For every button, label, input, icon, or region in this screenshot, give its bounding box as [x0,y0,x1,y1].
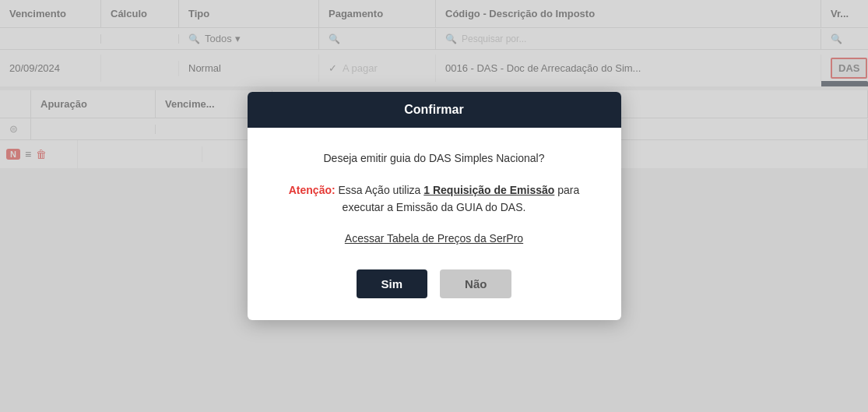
modal-title: Confirmar [404,103,463,116]
serpro-link[interactable]: Acessar Tabela de Preços da SerPro [272,230,596,247]
sim-button[interactable]: Sim [357,269,428,298]
atencao-label: Atenção: [289,184,336,196]
warning-text: Essa Ação utiliza [339,184,424,196]
warning-bold: 1 Requisição de Emissão [423,184,554,196]
modal-warning: Atenção: Essa Ação utiliza 1 Requisição … [272,181,596,217]
modal-header: Confirmar [248,92,621,128]
modal-overlay: Confirmar Deseja emitir guia do DAS Simp… [0,0,868,412]
confirm-modal: Confirmar Deseja emitir guia do DAS Simp… [248,92,621,320]
modal-body: Deseja emitir guia do DAS Simples Nacion… [248,128,621,320]
modal-buttons: Sim Não [272,269,596,298]
modal-question: Deseja emitir guia do DAS Simples Nacion… [272,150,596,167]
nao-button[interactable]: Não [440,269,511,298]
